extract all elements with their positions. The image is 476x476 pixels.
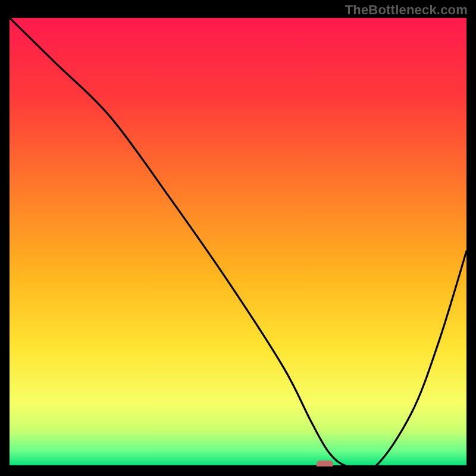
watermark-text: TheBottleneck.com	[345, 2, 468, 18]
chart-svg	[10, 18, 466, 466]
min-marker	[317, 461, 333, 466]
chart-plot-area	[10, 18, 466, 466]
chart-frame: TheBottleneck.com	[0, 0, 476, 476]
